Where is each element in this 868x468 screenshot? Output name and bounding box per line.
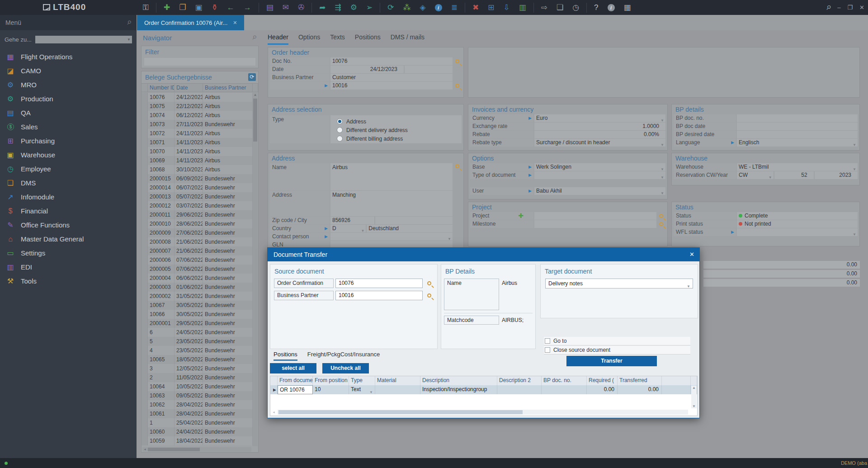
expand-arrow-icon[interactable]: ▶: [325, 225, 328, 232]
table-row[interactable]: 200000507/06/2022Bundeswehr: [142, 265, 253, 274]
table-row[interactable]: 1006309/05/2022Bundeswehr: [142, 391, 253, 400]
sidebar-item-edi[interactable]: ▥EDI: [0, 260, 137, 274]
cell[interactable]: [542, 385, 587, 394]
field-value[interactable]: [737, 123, 858, 130]
source-document-input[interactable]: 10076: [335, 279, 423, 288]
field-value[interactable]: Manching: [330, 191, 453, 216]
save-icon[interactable]: ▣: [195, 3, 202, 13]
about-icon[interactable]: i: [608, 4, 615, 11]
column-header[interactable]: Material: [375, 376, 420, 385]
expand-arrow-icon[interactable]: ▶: [528, 187, 532, 195]
field-value[interactable]: Complete: [737, 212, 858, 220]
cell[interactable]: [662, 385, 691, 394]
field-value[interactable]: [375, 217, 453, 224]
field-value[interactable]: Customer: [330, 74, 453, 81]
column-header[interactable]: Business Partner: [203, 84, 253, 92]
transfer-button[interactable]: Transfer: [566, 356, 657, 366]
chevron-down-icon[interactable]: ▼: [660, 189, 664, 195]
table-row[interactable]: 1007327/11/2023Bundeswehr: [142, 120, 253, 129]
sidebar-item-qa[interactable]: ▤QA: [0, 106, 137, 120]
lock-icon[interactable]: ⚿: [143, 3, 149, 13]
table-row[interactable]: 1006024/04/2022Bundeswehr: [142, 427, 253, 436]
table-row[interactable]: 1007014/11/2023Airbus: [142, 147, 253, 156]
expand-arrow-icon[interactable]: ▶: [528, 114, 532, 122]
horizontal-scrollbar[interactable]: ◄: [278, 410, 688, 415]
table-row[interactable]: 125/04/2022Bundeswehr: [142, 418, 253, 427]
scroll-left-icon[interactable]: ◄: [272, 411, 275, 414]
column-header[interactable]: Description: [420, 376, 497, 385]
close-icon[interactable]: ✕: [689, 248, 694, 261]
table-row[interactable]: 423/05/2022Bundeswehr: [142, 346, 253, 355]
tab-header[interactable]: Header: [268, 33, 288, 45]
table-row[interactable]: 200000927/06/2022Bundeswehr: [142, 228, 253, 237]
column-header[interactable]: Number ID: [148, 84, 175, 92]
radio-icon[interactable]: [337, 118, 343, 124]
magnifier-icon[interactable]: [455, 84, 459, 88]
info-icon[interactable]: i: [435, 4, 442, 11]
sidebar-item-master-data-general[interactable]: ⌂Master Data General: [0, 232, 137, 246]
chevron-down-icon[interactable]: ▼: [660, 165, 664, 171]
field-value[interactable]: ▼: [534, 171, 665, 179]
chevron-down-icon[interactable]: ▼: [369, 388, 373, 394]
sidebar-item-warehouse[interactable]: ▣Warehouse: [0, 148, 137, 162]
magnifier-icon[interactable]: [455, 59, 459, 63]
magnifier-icon[interactable]: [455, 164, 459, 168]
cell[interactable]: 0.00: [587, 385, 618, 394]
sidebar-item-mro[interactable]: ⚙MRO: [0, 78, 137, 92]
cell[interactable]: Inspection/Inspectiongroup: [420, 385, 497, 394]
radio-icon[interactable]: [337, 127, 343, 133]
expand-arrow-icon[interactable]: ▶: [731, 228, 734, 236]
magnifier-icon[interactable]: [659, 222, 663, 226]
table-row[interactable]: ▶OR 1007610Text▼Inspection/Inspectiongro…: [270, 385, 697, 394]
package-icon[interactable]: ◈: [420, 3, 426, 13]
sidebar-item-production[interactable]: ⚙Production: [0, 92, 137, 106]
table-row[interactable]: 312/05/2022Bundeswehr: [142, 364, 253, 373]
image-icon[interactable]: ▦: [624, 3, 631, 13]
chevron-down-icon[interactable]: ▼: [769, 174, 772, 179]
field-value[interactable]: Not printed: [737, 220, 858, 228]
magnifier-icon[interactable]: [427, 281, 431, 285]
chevron-down-icon[interactable]: ▼: [361, 227, 364, 232]
document-tab[interactable]: Order Confirmation 10076 (Air... ✕: [137, 15, 244, 30]
scroll-up-icon[interactable]: ▲: [691, 386, 697, 390]
checkbox-icon[interactable]: [545, 347, 550, 353]
forward-icon[interactable]: →: [244, 3, 251, 13]
vertical-scrollbar[interactable]: ▲ ▼: [691, 386, 697, 408]
copy-icon[interactable]: ❐: [179, 3, 186, 13]
sidebar-item-employee[interactable]: ◷Employee: [0, 162, 137, 176]
uncheck-all-button[interactable]: Uncheck all: [322, 363, 369, 373]
table-row[interactable]: 1007406/12/2023Airbus: [142, 111, 253, 120]
sidebar-item-office-functions[interactable]: ✎Office Functions: [0, 218, 137, 232]
column-header[interactable]: Type: [349, 376, 375, 385]
goto-input[interactable]: ▼: [35, 36, 132, 43]
business-partner-input[interactable]: 10016: [335, 291, 423, 300]
field-value[interactable]: WE - LTBmil▼: [737, 163, 858, 171]
cancel-icon[interactable]: ✖: [472, 3, 479, 13]
sidebar-item-sales[interactable]: $Sales: [0, 120, 137, 134]
minimize-icon[interactable]: –: [837, 4, 840, 11]
table-row[interactable]: 200000129/05/2022Bundeswehr: [142, 319, 253, 328]
table-row[interactable]: 200000821/06/2022Bundeswehr: [142, 237, 253, 246]
expand-arrow-icon[interactable]: ▶: [528, 163, 532, 171]
field-value[interactable]: [737, 131, 858, 138]
radio-option[interactable]: Different delivery address: [337, 126, 462, 134]
horizontal-scrollbar[interactable]: ◄: [142, 447, 251, 452]
close-source-checkbox-row[interactable]: Close source document: [544, 346, 690, 355]
table-row[interactable]: 1006914/11/2023Airbus: [142, 156, 253, 165]
select-all-button[interactable]: select all: [270, 363, 316, 373]
attachment-icon[interactable]: ✇: [298, 3, 304, 13]
magnifier-icon[interactable]: [427, 293, 431, 298]
field-value[interactable]: [737, 114, 858, 122]
scroll-up-icon[interactable]: ▲: [253, 93, 258, 97]
field-value[interactable]: [534, 220, 656, 228]
back-icon[interactable]: ←: [227, 3, 235, 13]
column-header[interactable]: From position: [313, 376, 349, 385]
cell[interactable]: 0.00: [618, 385, 662, 394]
table-row[interactable]: 200001129/06/2022Bundeswehr: [142, 210, 253, 219]
scroll-down-icon[interactable]: ▼: [691, 404, 697, 408]
restore-icon[interactable]: ❐: [847, 4, 853, 11]
field-value[interactable]: D▼: [330, 225, 366, 232]
print-icon[interactable]: ▤: [266, 3, 274, 13]
pin-icon[interactable]: ⚲: [123, 15, 136, 30]
dialog-tab-positions[interactable]: Positions: [274, 351, 297, 361]
